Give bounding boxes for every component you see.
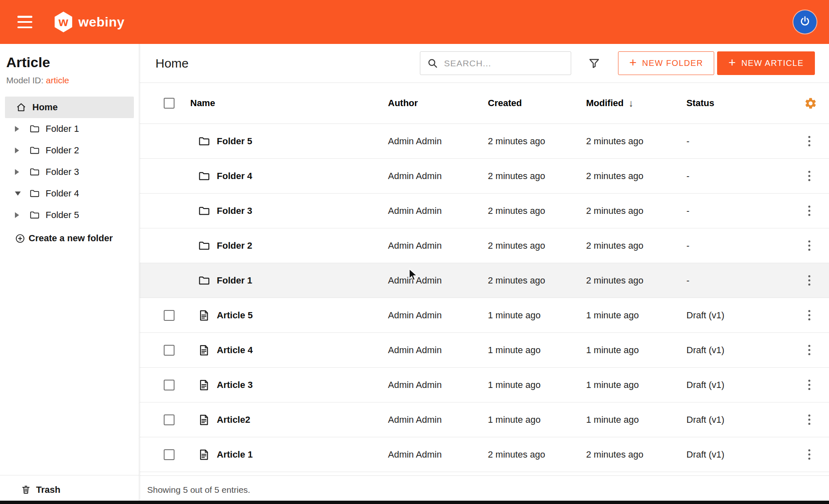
folder-icon: [198, 170, 210, 182]
kebab-menu-icon[interactable]: [804, 342, 814, 358]
row-modified: 1 minute ago: [586, 380, 686, 390]
chevron-icon[interactable]: [15, 148, 23, 153]
row-author: Admin Admin: [388, 414, 488, 425]
select-all-checkbox[interactable]: [164, 98, 175, 109]
kebab-menu-icon[interactable]: [804, 308, 814, 323]
sidebar-item-home[interactable]: Home: [5, 97, 134, 118]
row-created: 2 minutes ago: [488, 449, 586, 460]
column-name[interactable]: Name: [190, 98, 388, 109]
table-row[interactable]: Folder 2 Admin Admin 2 minutes ago 2 min…: [140, 228, 829, 263]
row-name: Article 1: [217, 449, 253, 460]
column-created[interactable]: Created: [488, 98, 586, 109]
table-row[interactable]: Article2 Admin Admin 1 minute ago 1 minu…: [140, 402, 829, 437]
row-name: Folder 1: [217, 275, 252, 286]
row-checkbox[interactable]: [164, 345, 175, 356]
sidebar-folder-item[interactable]: Folder 1: [0, 118, 139, 140]
row-modified: 1 minute ago: [586, 414, 686, 425]
row-created: 2 minutes ago: [488, 171, 586, 182]
filter-icon[interactable]: [586, 55, 602, 71]
new-folder-button[interactable]: + NEW FOLDER: [618, 51, 714, 75]
sidebar-folder-item[interactable]: Folder 5: [0, 204, 139, 226]
sidebar-folder-item[interactable]: Folder 2: [0, 140, 139, 161]
table-row[interactable]: Folder 1 Admin Admin 2 minutes ago 2 min…: [140, 263, 829, 298]
search-input[interactable]: [443, 58, 564, 69]
row-name: Folder 3: [217, 206, 252, 216]
row-author: Admin Admin: [388, 206, 488, 216]
table-row[interactable]: Article 3 Admin Admin 1 minute ago 1 min…: [140, 368, 829, 402]
row-created: 1 minute ago: [488, 414, 586, 425]
row-modified: 2 minutes ago: [586, 240, 686, 251]
kebab-menu-icon[interactable]: [804, 447, 814, 462]
kebab-menu-icon[interactable]: [804, 133, 814, 149]
kebab-menu-icon[interactable]: [804, 203, 814, 218]
table-row[interactable]: Folder 4 Admin Admin 2 minutes ago 2 min…: [140, 159, 829, 194]
home-icon: [16, 102, 27, 113]
row-created: 2 minutes ago: [488, 240, 586, 251]
chevron-icon[interactable]: [15, 169, 23, 175]
create-folder-label: Create a new folder: [29, 233, 113, 244]
menu-icon[interactable]: [17, 16, 32, 28]
column-author[interactable]: Author: [388, 98, 488, 109]
row-created: 1 minute ago: [488, 380, 586, 390]
folder-label: Folder 1: [46, 124, 79, 134]
model-id-value: article: [46, 75, 69, 85]
row-status: Draft (v1): [686, 310, 804, 321]
folder-icon: [29, 124, 40, 134]
file-icon: [198, 344, 210, 356]
trash-button[interactable]: Trash: [0, 475, 139, 504]
kebab-menu-icon[interactable]: [804, 412, 814, 427]
trash-icon: [21, 485, 31, 495]
table-row[interactable]: Article 5 Admin Admin 1 minute ago 1 min…: [140, 298, 829, 333]
row-checkbox[interactable]: [164, 414, 175, 425]
row-modified: 2 minutes ago: [586, 275, 686, 286]
row-modified: 2 minutes ago: [586, 136, 686, 147]
settings-gear-icon[interactable]: [804, 97, 817, 110]
model-id: Model ID: article: [6, 75, 131, 85]
table-row[interactable]: Folder 3 Admin Admin 2 minutes ago 2 min…: [140, 194, 829, 228]
folder-icon: [198, 274, 210, 287]
table-row[interactable]: Article 1 Admin Admin 2 minutes ago 2 mi…: [140, 437, 829, 472]
new-article-button[interactable]: + NEW ARTICLE: [717, 51, 815, 75]
search-box[interactable]: [420, 51, 571, 75]
row-modified: 1 minute ago: [586, 345, 686, 356]
table-row[interactable]: Folder 5 Admin Admin 2 minutes ago 2 min…: [140, 124, 829, 159]
user-avatar[interactable]: [793, 10, 817, 34]
chevron-icon[interactable]: [15, 126, 23, 132]
column-modified[interactable]: Modified ↓: [586, 97, 686, 109]
row-modified: 2 minutes ago: [586, 206, 686, 216]
main-header: Home + NEW FOLDER: [140, 44, 829, 83]
create-folder-button[interactable]: Create a new folder: [0, 228, 139, 248]
sidebar-folder-item[interactable]: Folder 3: [0, 161, 139, 183]
header-actions: + NEW FOLDER + NEW ARTICLE: [420, 51, 815, 75]
row-checkbox[interactable]: [164, 380, 175, 390]
folder-icon: [29, 145, 40, 156]
model-title: Article: [6, 54, 131, 70]
chevron-icon[interactable]: [15, 212, 23, 218]
main-content: Home + NEW FOLDER: [140, 44, 829, 504]
file-icon: [198, 448, 210, 461]
row-author: Admin Admin: [388, 136, 488, 147]
trash-label: Trash: [36, 485, 61, 495]
entries-count: Showing 5 out of 5 entries.: [147, 485, 250, 495]
row-checkbox[interactable]: [164, 449, 175, 460]
kebab-menu-icon[interactable]: [804, 377, 814, 393]
row-name: Article 3: [217, 380, 253, 390]
sidebar-folder-item[interactable]: Folder 4: [0, 183, 139, 204]
kebab-menu-icon[interactable]: [804, 238, 814, 253]
webiny-logo: w webiny: [54, 12, 124, 32]
kebab-menu-icon[interactable]: [804, 273, 814, 288]
folder-label: Folder 4: [46, 188, 79, 199]
folder-label: Folder 5: [46, 210, 79, 220]
chevron-icon[interactable]: [15, 191, 23, 196]
row-modified: 2 minutes ago: [586, 449, 686, 460]
bottom-strip: [0, 501, 829, 504]
row-author: Admin Admin: [388, 310, 488, 321]
row-name: Folder 4: [217, 171, 252, 182]
table-row[interactable]: Article 4 Admin Admin 1 minute ago 1 min…: [140, 333, 829, 368]
column-status[interactable]: Status: [686, 98, 804, 109]
row-checkbox[interactable]: [164, 310, 175, 321]
row-created: 2 minutes ago: [488, 275, 586, 286]
kebab-menu-icon[interactable]: [804, 168, 814, 184]
folder-icon: [29, 188, 40, 199]
sidebar-header: Article Model ID: article: [0, 44, 139, 85]
